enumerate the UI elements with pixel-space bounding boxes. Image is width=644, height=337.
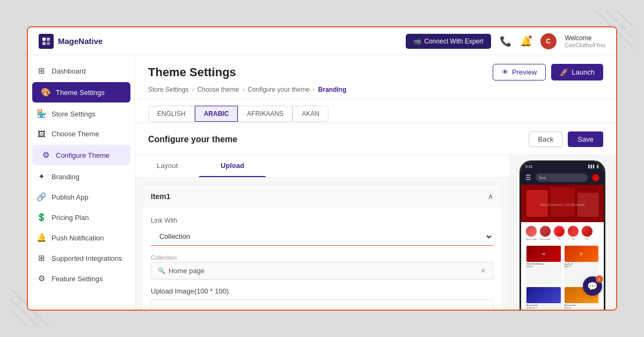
- product-price-4: $45.00: [565, 306, 599, 309]
- sidebar-item-push-notification[interactable]: 🔔 Push Notification: [28, 228, 135, 248]
- sidebar-item-choose-theme[interactable]: 🖼 Choose Theme: [28, 124, 135, 144]
- header: MageNative 📹 Connect With Expert 📞 🔔 C W…: [28, 27, 616, 55]
- tab-upload[interactable]: Upload: [199, 155, 266, 177]
- breadcrumb-sep-1: ›: [192, 86, 194, 93]
- product-img-1: 🇬🇧: [526, 246, 561, 262]
- search-small-icon: 🔍: [158, 267, 165, 274]
- phone-time: 9:41: [525, 165, 533, 169]
- sidebar-item-feature-settings[interactable]: ⚙ Feature Settings: [28, 268, 135, 289]
- sidebar-label-store-settings: Store Settings: [52, 110, 96, 118]
- phone-dots-icon: ⋮: [594, 176, 597, 180]
- upload-image-label: Upload Image(100 * 100): [151, 287, 493, 295]
- page-title: Theme Settings: [148, 65, 236, 79]
- product-price-3: $LANTIS.S: [526, 306, 561, 309]
- breadcrumb-branding: Branding: [318, 86, 347, 93]
- avatar-circle-2: [539, 225, 551, 237]
- tab-afrikaans[interactable]: AFRIKAANS: [238, 106, 292, 122]
- item-body: Link With Collection Category Product Co…: [142, 208, 502, 310]
- link-with-select[interactable]: Collection Category Product: [151, 228, 493, 246]
- item-header[interactable]: Item1 ∧: [142, 185, 502, 208]
- pricing-icon: 💲: [36, 213, 46, 222]
- sidebar-label-push-notification: Push Notification: [52, 234, 104, 242]
- svg-text:Are Autumn US Brands: Are Autumn US Brands: [540, 202, 585, 207]
- chevron-up-icon: ∧: [488, 192, 493, 201]
- sidebar-label-supported-integrations: Supported Integrations: [52, 254, 122, 262]
- breadcrumb-configure[interactable]: Configure your theme: [247, 86, 309, 93]
- back-button[interactable]: Back: [529, 131, 562, 147]
- product-img-3: [526, 287, 561, 303]
- chat-button[interactable]: 💬 1: [583, 276, 602, 296]
- product-price-2: $89.00: [565, 265, 599, 268]
- phone-battery: 🔋: [596, 165, 599, 169]
- notification-icon[interactable]: 🔔: [520, 35, 532, 47]
- sidebar: ⊞ Dashboard 🎨 Theme Settings 🏪 Store Set…: [28, 55, 135, 310]
- sidebar-item-theme-settings[interactable]: 🎨 Theme Settings: [32, 82, 130, 102]
- notif-icon: 🔔: [36, 233, 46, 243]
- sidebar-item-publish-app[interactable]: 🔗 Publish App: [28, 187, 135, 207]
- sidebar-item-supported-integrations[interactable]: ⊞ Supported Integrations: [28, 248, 135, 268]
- phone-icon[interactable]: 📞: [500, 35, 511, 47]
- phone-circle-section: Home page home page P3: [521, 222, 604, 245]
- avatar-circle-1: [525, 225, 537, 237]
- theme-icon: 🎨: [41, 87, 50, 97]
- phone-avatar-3: P3: [553, 225, 565, 240]
- sidebar-item-dashboard[interactable]: ⊞ Dashboard: [28, 61, 135, 81]
- preview-button[interactable]: 👁 Preview: [493, 64, 546, 80]
- avatar-circle-4: [567, 225, 579, 237]
- sidebar-label-pricing-plan: Pricing Plan: [52, 214, 89, 222]
- phone-search-bar: Test: [536, 173, 588, 182]
- integrations-icon: ⊞: [36, 253, 46, 263]
- launch-button[interactable]: 🚀 Launch: [551, 64, 603, 80]
- publish-icon: 🔗: [36, 192, 46, 202]
- breadcrumb-store[interactable]: Store Settings: [148, 86, 188, 93]
- sidebar-item-store-settings[interactable]: 🏪 Store Settings: [28, 104, 135, 124]
- language-tabs: ENGLISH ARABIC AFRIKAANS AKAN: [135, 99, 616, 122]
- connect-expert-button[interactable]: 📹 Connect With Expert: [406, 34, 491, 49]
- app-name: MageNative: [58, 36, 103, 46]
- phone-menu-icon: ☰: [525, 174, 531, 181]
- welcome-label: Welcome: [565, 34, 605, 42]
- clear-icon[interactable]: ✕: [480, 267, 486, 275]
- product-img-2: 🎨: [565, 246, 599, 262]
- avatar-label-2: home page: [540, 238, 551, 240]
- breadcrumb: Store Settings › Choose theme › Configur…: [148, 86, 603, 93]
- breadcrumb-choose[interactable]: Choose theme: [197, 86, 239, 93]
- phone-product-3: Accessories $LANTIS.S: [525, 286, 562, 310]
- upload-dropzone[interactable]: [151, 299, 493, 310]
- page-header: Theme Settings 👁 Preview 🚀 Launch: [135, 55, 616, 99]
- phone-banner: Are Autumn US Brands: [521, 185, 604, 222]
- content-area: Theme Settings 👁 Preview 🚀 Launch: [135, 55, 616, 310]
- sidebar-item-pricing-plan[interactable]: 💲 Pricing Plan: [28, 207, 135, 228]
- avatar-label-5: P5: [586, 238, 589, 240]
- logo: MageNative: [39, 34, 103, 49]
- tab-layout[interactable]: Layout: [135, 155, 199, 177]
- sidebar-label-choose-theme: Choose Theme: [52, 130, 99, 138]
- breadcrumb-sep-2: ›: [242, 86, 244, 93]
- tab-akan[interactable]: AKAN: [292, 106, 328, 122]
- configure-actions: Back Save: [529, 131, 603, 147]
- avatar-label-3: P3: [558, 238, 561, 240]
- item-section: Item1 ∧ Link With Collection Category Pr…: [142, 184, 502, 310]
- launch-icon: 🚀: [560, 68, 568, 76]
- phone-search-text: Test: [539, 176, 546, 180]
- store-icon: 🏪: [36, 109, 46, 119]
- configure-header: Configure your theme Back Save: [135, 124, 616, 155]
- configure-icon: ⚙: [41, 150, 50, 160]
- header-right: 📹 Connect With Expert 📞 🔔 C Welcome CecC…: [406, 33, 605, 49]
- choose-theme-icon: 🖼: [36, 129, 46, 138]
- avatar: C: [540, 33, 557, 49]
- tab-arabic[interactable]: ARABIC: [195, 106, 238, 122]
- collection-field[interactable]: 🔍 Home page ✕: [151, 262, 493, 280]
- sidebar-item-configure-theme[interactable]: ⚙ Configure Theme: [32, 145, 130, 165]
- breadcrumb-sep-3: ›: [313, 86, 315, 93]
- link-with-label: Link With: [151, 217, 493, 224]
- configure-title: Configure your theme: [148, 135, 237, 144]
- save-button[interactable]: Save: [568, 131, 603, 147]
- sidebar-item-branding[interactable]: ✦ Branding: [28, 166, 135, 187]
- phone-avatar-2: home page: [539, 225, 551, 240]
- video-icon: 📹: [413, 38, 421, 45]
- app-frame: MageNative 📹 Connect With Expert 📞 🔔 C W…: [27, 26, 617, 311]
- feature-icon: ⚙: [36, 274, 46, 283]
- tab-english[interactable]: ENGLISH: [148, 106, 195, 122]
- item-title: Item1: [151, 192, 171, 201]
